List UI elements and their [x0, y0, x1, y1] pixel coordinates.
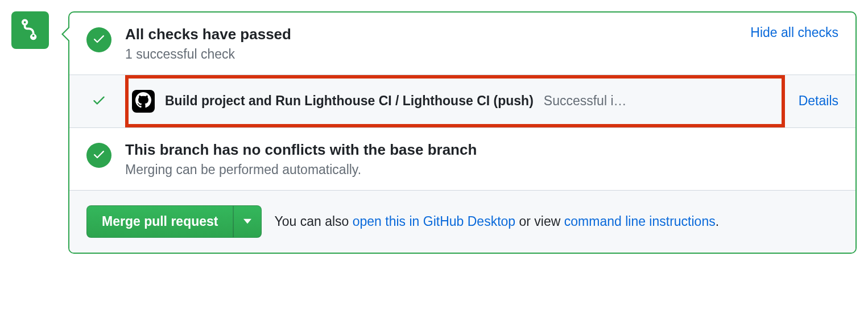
github-icon	[135, 92, 151, 110]
github-actions-logo	[132, 90, 155, 113]
git-merge-icon	[19, 18, 42, 43]
check-icon	[92, 93, 106, 110]
caret-down-icon	[243, 217, 251, 226]
check-item-row: Build project and Run Lighthouse CI / Li…	[69, 75, 855, 128]
check-icon	[92, 32, 106, 48]
checks-title: All checks have passed	[125, 25, 741, 44]
merge-action-section: Merge pull request You can also open thi…	[69, 190, 855, 253]
check-item-highlight: Build project and Run Lighthouse CI / Li…	[125, 75, 785, 127]
conflicts-status-badge	[86, 143, 111, 168]
merge-panel: All checks have passed 1 successful chec…	[68, 11, 857, 254]
merge-text-suffix: .	[716, 214, 719, 229]
check-details-link[interactable]: Details	[799, 93, 838, 109]
toggle-checks-link[interactable]: Hide all checks	[750, 25, 838, 40]
merge-pull-request-button[interactable]: Merge pull request	[86, 205, 233, 238]
checks-summary-section: All checks have passed 1 successful chec…	[69, 13, 855, 75]
checks-subtitle: 1 successful check	[125, 47, 741, 62]
conflicts-subtitle: Merging can be performed automatically.	[125, 162, 838, 177]
conflicts-title: This branch has no conflicts with the ba…	[125, 141, 838, 160]
command-line-instructions-link[interactable]: command line instructions	[564, 214, 716, 229]
checks-status-badge	[86, 27, 111, 52]
merge-help-text: You can also open this in GitHub Desktop…	[274, 214, 719, 229]
check-item-name: Build project and Run Lighthouse CI / Li…	[165, 93, 534, 109]
check-item-status	[86, 93, 111, 110]
merge-options-dropdown-button[interactable]	[233, 205, 262, 238]
merge-text-prefix: You can also	[274, 214, 352, 229]
pr-merge-panel-container: All checks have passed 1 successful chec…	[11, 11, 857, 254]
checks-summary-body: All checks have passed 1 successful chec…	[125, 25, 741, 62]
conflicts-section: This branch has no conflicts with the ba…	[69, 128, 855, 190]
merge-text-mid: or view	[515, 214, 564, 229]
conflicts-body: This branch has no conflicts with the ba…	[125, 141, 838, 177]
open-in-desktop-link[interactable]: open this in GitHub Desktop	[353, 214, 515, 229]
merge-button-group: Merge pull request	[86, 205, 262, 238]
check-item-status-text: Successful i…	[544, 93, 627, 109]
merge-timeline-badge	[11, 11, 49, 49]
check-icon	[92, 147, 106, 163]
